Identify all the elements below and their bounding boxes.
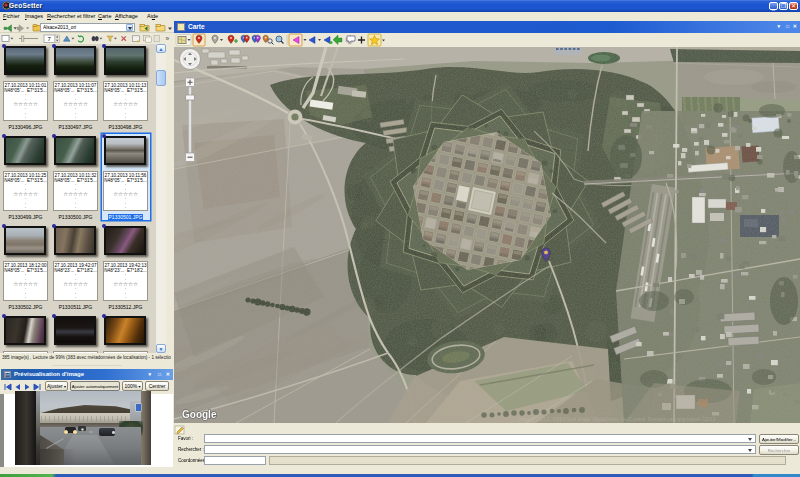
svg-text:»: » [166,35,170,42]
svg-text:Images ©2013 , CNES/Spot Image: Images ©2013 , CNES/Spot Image, DigitalG… [519,416,716,422]
svg-text:Google: Google [182,409,217,420]
